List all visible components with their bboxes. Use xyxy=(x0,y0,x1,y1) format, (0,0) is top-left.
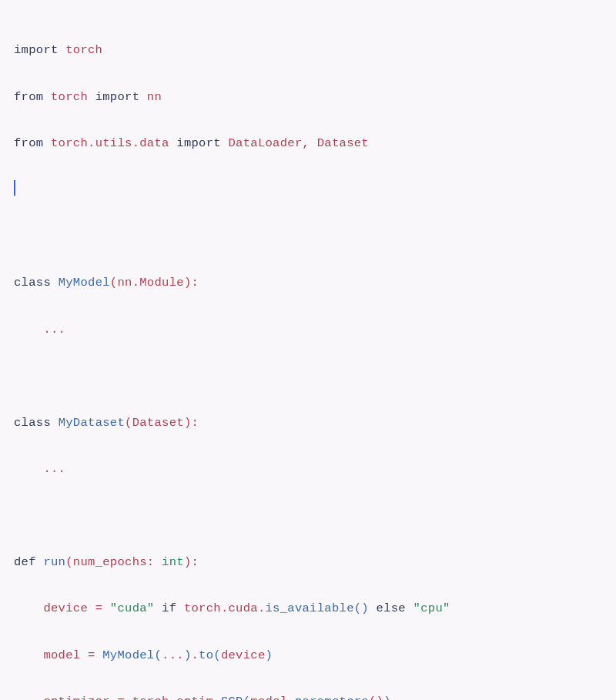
classname-MyModel: MyModel xyxy=(59,276,110,290)
ellipsis: ... xyxy=(43,323,65,337)
ident-optimizer: optimizer xyxy=(43,695,109,700)
ident-torch: torch xyxy=(51,90,88,104)
keyword-import: import xyxy=(95,90,140,104)
punct-rparen: ) xyxy=(383,695,391,700)
punct-lparen: ( xyxy=(125,416,132,430)
keyword-class: class xyxy=(14,276,51,290)
code-line-6: ... xyxy=(14,318,602,341)
code-line-7: class MyDataset(Dataset): xyxy=(14,411,602,434)
code-line-2: from torch import nn xyxy=(14,85,602,109)
keyword-from: from xyxy=(14,90,43,104)
code-line-11: model = MyModel(...).to(device) xyxy=(14,644,602,667)
code-line-blank-3 xyxy=(14,504,602,528)
code-line-blank-2 xyxy=(14,364,602,387)
keyword-from: from xyxy=(14,136,43,150)
ident-torch: torch xyxy=(51,136,88,150)
ident-utils: utils xyxy=(95,136,132,150)
method-is_available: is_available xyxy=(266,601,354,615)
ident-nn: nn xyxy=(147,90,162,104)
op-eq: = xyxy=(88,648,95,662)
code-line-12: optimizer = torch.optim.SGD(model.parame… xyxy=(14,690,602,700)
ident-Dataset: Dataset xyxy=(132,416,184,430)
punct-lparen: ( xyxy=(65,555,73,569)
ident-data: data xyxy=(139,136,169,150)
keyword-import: import xyxy=(14,43,59,57)
keyword-import: import xyxy=(176,136,221,150)
string-cuda: "cuda" xyxy=(110,601,155,615)
punct-colon: : xyxy=(147,555,155,569)
punct-dot: . xyxy=(221,601,229,615)
classname-MyDataset: MyDataset xyxy=(59,416,125,430)
code-line-9: def run(num_epochs: int): xyxy=(14,551,602,574)
punct-dot: . xyxy=(287,695,295,700)
punct-lparen: ( xyxy=(243,695,251,700)
ident-model: model xyxy=(43,648,80,662)
ident-model: model xyxy=(250,695,287,700)
punct-dot: . xyxy=(258,601,266,615)
punct-rparen: ) xyxy=(184,648,192,662)
type-int: int xyxy=(162,555,184,569)
punct-lparen: ( xyxy=(154,648,162,662)
code-line-blank-1 xyxy=(14,225,602,248)
ident-optim: optim xyxy=(176,695,213,700)
ellipsis: ... xyxy=(43,462,65,476)
ident-torch: torch xyxy=(65,43,102,57)
ident-DataLoader: DataLoader xyxy=(229,136,303,150)
op-eq: = xyxy=(95,601,103,615)
ident-nn: nn xyxy=(117,276,132,290)
ident-torch: torch xyxy=(132,695,169,700)
ident-Dataset: Dataset xyxy=(317,136,369,150)
keyword-else: else xyxy=(377,601,406,615)
funcname-run: run xyxy=(43,555,65,569)
keyword-class: class xyxy=(14,416,51,430)
ident-torch: torch xyxy=(184,601,221,615)
punct-dot: . xyxy=(132,136,140,150)
code-line-10: device = "cuda" if torch.cuda.is_availab… xyxy=(14,597,602,620)
code-line-4 xyxy=(14,179,602,202)
ident-device: device xyxy=(43,601,88,615)
punct-lparen: ( xyxy=(110,276,118,290)
code-block: import torch from torch import nn from t… xyxy=(14,15,602,700)
punct-rparen: ) xyxy=(266,648,273,662)
punct-dot: . xyxy=(88,136,95,150)
punct-rparen: ) xyxy=(377,695,384,700)
ellipsis: ... xyxy=(162,648,184,662)
call-MyModel: MyModel xyxy=(102,648,154,662)
punct-colon: : xyxy=(192,555,199,569)
punct-lparen: ( xyxy=(369,695,377,700)
ident-Module: Module xyxy=(139,276,184,290)
punct-dot: . xyxy=(213,695,221,700)
punct-rparen: ) xyxy=(361,601,369,615)
ident-device: device xyxy=(221,648,266,662)
punct-comma: , xyxy=(303,136,310,150)
punct-dot: . xyxy=(132,276,140,290)
punct-dot: . xyxy=(169,695,177,700)
punct-lparen: ( xyxy=(213,648,221,662)
method-to: to xyxy=(199,648,213,662)
method-parameters: parameters xyxy=(295,695,369,700)
code-line-8: ... xyxy=(14,457,602,481)
punct-colon: : xyxy=(191,276,199,290)
punct-lparen: ( xyxy=(354,601,362,615)
text-cursor xyxy=(14,180,15,196)
op-eq: = xyxy=(117,695,125,700)
punct-colon: : xyxy=(191,416,199,430)
ident-cuda: cuda xyxy=(229,601,258,615)
keyword-if: if xyxy=(162,601,176,615)
keyword-def: def xyxy=(14,555,36,569)
method-SGD: SGD xyxy=(221,695,243,700)
string-cpu: "cpu" xyxy=(413,601,450,615)
punct-rparen: ) xyxy=(184,555,192,569)
punct-dot: . xyxy=(192,648,199,662)
code-line-5: class MyModel(nn.Module): xyxy=(14,271,602,294)
code-line-3: from torch.utils.data import DataLoader,… xyxy=(14,132,602,155)
code-line-1: import torch xyxy=(14,39,602,62)
param-num_epochs: num_epochs xyxy=(73,555,147,569)
